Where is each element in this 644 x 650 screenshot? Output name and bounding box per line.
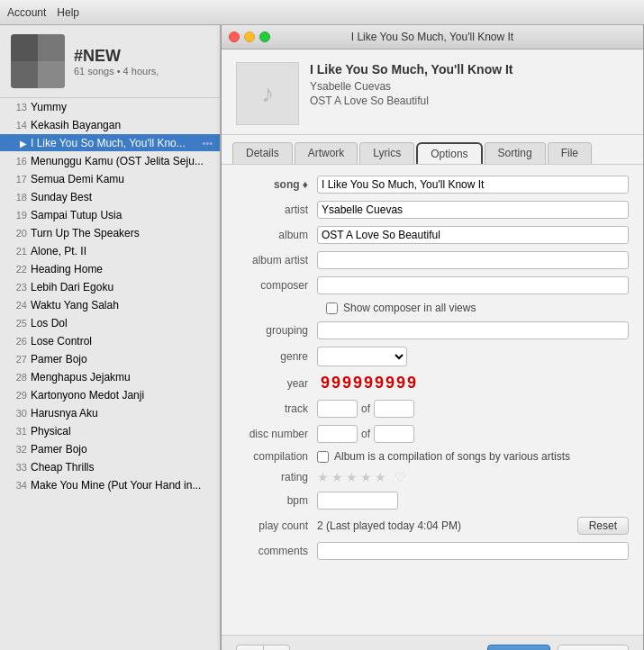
thumb-cell-2: [38, 34, 65, 61]
song-row[interactable]: 20Turn Up The Speakers: [0, 224, 220, 242]
star-rating[interactable]: ★ ★ ★ ★ ★ ♡: [317, 470, 406, 484]
playlist-thumbnail: [11, 34, 65, 88]
genre-select[interactable]: [317, 347, 407, 366]
song-options-dots[interactable]: •••: [202, 138, 213, 149]
song-row[interactable]: 30Harusnya Aku: [0, 404, 220, 422]
song-row[interactable]: 31Physical: [0, 422, 220, 440]
comments-label: comments: [236, 545, 317, 557]
song-details: I Like You So Much, You'll Know It Ysabe…: [310, 62, 513, 109]
star-5[interactable]: ★: [375, 470, 386, 484]
navigation-buttons: ‹ ›: [236, 645, 290, 650]
song-title-header: I Like You So Much, You'll Know It: [310, 62, 513, 77]
song-number: 29: [7, 390, 27, 401]
album-header: OST A Love So Beautiful: [310, 95, 513, 107]
prev-button[interactable]: ‹: [236, 645, 263, 650]
genre-field-row: genre: [236, 347, 629, 366]
minimize-button[interactable]: [244, 32, 255, 42]
cancel-button[interactable]: Cancel: [558, 645, 629, 650]
tab-file[interactable]: File: [548, 142, 592, 164]
compilation-checkbox[interactable]: [317, 451, 329, 463]
album-artist-input[interactable]: [317, 251, 629, 269]
song-name: Alone, Pt. II: [31, 245, 213, 257]
song-row[interactable]: 29Kartonyono Medot Janji: [0, 386, 220, 404]
composer-field-row: composer: [236, 276, 629, 294]
star-1[interactable]: ★: [317, 470, 329, 484]
tab-sorting[interactable]: Sorting: [485, 142, 546, 164]
song-number: ▶: [7, 138, 27, 149]
song-number: 33: [7, 462, 27, 473]
song-row[interactable]: 17Semua Demi Kamu: [0, 170, 220, 188]
track-label: track: [236, 402, 317, 415]
reset-button[interactable]: Reset: [577, 517, 629, 535]
song-row[interactable]: 16Menunggu Kamu (OST Jelita Seju...: [0, 152, 220, 170]
album-input[interactable]: [317, 226, 629, 244]
song-row[interactable]: ▶I Like You So Much, You'll Kno...•••: [0, 134, 220, 152]
tab-lyrics[interactable]: Lyrics: [359, 142, 414, 164]
play-count-value: 2 (Last played today 4:04 PM): [317, 519, 577, 532]
help-menu[interactable]: Help: [57, 6, 79, 19]
song-row[interactable]: 33Cheap Thrills: [0, 458, 220, 476]
close-button[interactable]: [229, 32, 240, 42]
grouping-input[interactable]: [317, 321, 629, 339]
song-row[interactable]: 25Los Dol: [0, 314, 220, 332]
tab-details[interactable]: Details: [232, 142, 293, 164]
song-row[interactable]: 18Sunday Best: [0, 188, 220, 206]
song-row[interactable]: 24Waktu Yang Salah: [0, 296, 220, 314]
song-number: 20: [7, 228, 27, 239]
song-number: 34: [7, 480, 27, 491]
song-name: Pamer Bojo: [31, 353, 213, 366]
playlist-info: #NEW 61 songs • 4 hours,: [74, 47, 159, 77]
rating-row: rating ★ ★ ★ ★ ★ ♡: [236, 470, 629, 484]
star-2[interactable]: ★: [331, 470, 343, 484]
music-note-icon: ♪: [261, 79, 274, 108]
album-artist-label: album artist: [236, 254, 317, 266]
star-3[interactable]: ★: [346, 470, 358, 484]
heart-icon[interactable]: ♡: [395, 470, 406, 484]
disc-label: disc number: [236, 428, 317, 440]
song-field-row: song ♦: [236, 176, 629, 194]
song-row[interactable]: 34Make You Mine (Put Your Hand in...: [0, 476, 220, 494]
album-artist-field-row: album artist: [236, 251, 629, 269]
song-number: 27: [7, 354, 27, 365]
song-list[interactable]: 13Yummy14Kekasih Bayangan▶I Like You So …: [0, 98, 220, 650]
song-row[interactable]: 22Heading Home: [0, 260, 220, 278]
song-row[interactable]: 32Pamer Bojo: [0, 440, 220, 458]
song-input[interactable]: [317, 176, 629, 194]
artist-input[interactable]: [317, 201, 629, 219]
song-row[interactable]: 14Kekasih Bayangan: [0, 116, 220, 134]
disc-of-label: of: [361, 428, 370, 440]
comments-input[interactable]: [317, 542, 629, 560]
song-number: 13: [7, 102, 27, 113]
track-inputs: of: [317, 400, 414, 418]
song-row[interactable]: 27Pamer Bojo: [0, 350, 220, 368]
bpm-field-row: bpm: [236, 492, 629, 510]
account-menu[interactable]: Account: [7, 6, 46, 19]
dialog-content: song ♦ artist album album artist compose…: [222, 165, 643, 635]
show-composer-checkbox[interactable]: [326, 302, 338, 314]
song-row[interactable]: 21Alone, Pt. II: [0, 242, 220, 260]
song-row[interactable]: 26Lose Control: [0, 332, 220, 350]
tab-options[interactable]: Options: [416, 142, 482, 164]
track-number-input[interactable]: [317, 400, 358, 418]
next-button[interactable]: ›: [263, 645, 290, 650]
track-total-input[interactable]: [374, 400, 414, 418]
song-row[interactable]: 23Lebih Dari Egoku: [0, 278, 220, 296]
composer-input[interactable]: [317, 276, 629, 294]
song-name: Heading Home: [31, 263, 213, 275]
playlist-meta: 61 songs • 4 hours,: [74, 66, 159, 77]
disc-number-input[interactable]: [317, 425, 358, 443]
tab-artwork[interactable]: Artwork: [295, 142, 358, 164]
star-4[interactable]: ★: [360, 470, 372, 484]
year-field-row: year 999999999: [236, 374, 629, 393]
song-row[interactable]: 13Yummy: [0, 98, 220, 116]
song-name: Menunggu Kamu (OST Jelita Seju...: [31, 155, 213, 167]
show-composer-label: Show composer in all views: [343, 302, 476, 314]
bpm-input[interactable]: [317, 492, 398, 510]
song-row[interactable]: 28Menghapus Jejakmu: [0, 368, 220, 386]
song-row[interactable]: 19Sampai Tutup Usia: [0, 206, 220, 224]
ok-button[interactable]: OK: [487, 645, 550, 650]
disc-total-input[interactable]: [374, 425, 414, 443]
song-number: 14: [7, 120, 27, 131]
maximize-button[interactable]: [259, 32, 270, 42]
thumb-cell-3: [11, 61, 38, 88]
